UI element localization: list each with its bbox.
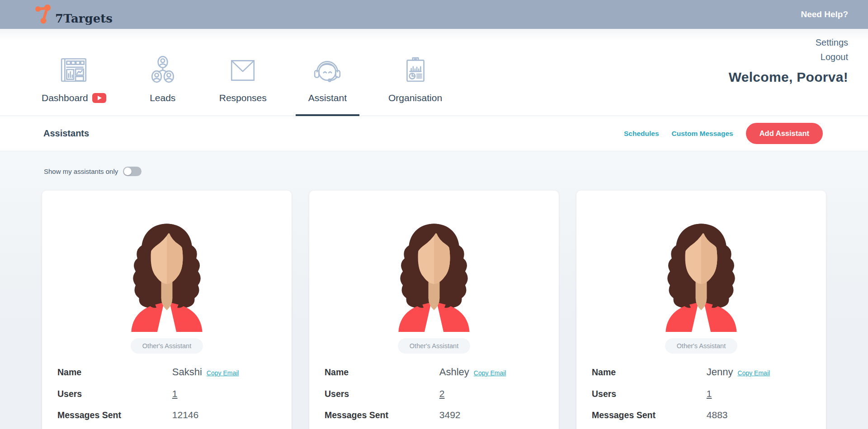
add-assistant-button[interactable]: Add Assistant: [746, 123, 823, 144]
name-label: Name: [325, 367, 439, 378]
youtube-icon[interactable]: [92, 93, 106, 103]
main-navigation: Dashboard: [0, 29, 868, 116]
copy-email-link[interactable]: Copy Email: [207, 369, 239, 377]
leads-icon: [148, 55, 178, 85]
page-title: Assistants: [43, 128, 89, 139]
need-help-link[interactable]: Need Help?: [801, 9, 848, 19]
nav-item-assistant[interactable]: Assistant: [296, 37, 359, 116]
assistant-cards: Other's Assistant Name Sakshi Copy Email…: [42, 191, 826, 429]
show-my-assistants-toggle[interactable]: [123, 167, 142, 176]
messages-row: Messages Sent 12146: [57, 410, 292, 420]
users-label: Users: [592, 389, 707, 399]
assistant-card: Other's Assistant Name Jenny Copy Email …: [576, 191, 826, 429]
nav-item-leads[interactable]: Leads: [135, 37, 190, 116]
logout-link[interactable]: Logout: [821, 51, 848, 64]
users-label: Users: [325, 389, 439, 399]
subheader: Assistants Schedules Custom Messages Add…: [0, 116, 868, 151]
assistant-type-badge: Other's Assistant: [665, 338, 737, 354]
assistant-icon: [312, 55, 342, 85]
responses-icon: [228, 55, 258, 85]
assistant-avatar: [658, 219, 745, 332]
messages-count: 4883: [707, 410, 728, 420]
messages-count: 3492: [439, 410, 461, 420]
assistant-avatar: [123, 219, 210, 332]
assistant-name: Jenny: [707, 366, 733, 378]
users-row: Users 1: [57, 388, 292, 399]
name-row: Name Ashley Copy Email: [325, 366, 559, 378]
assistant-type-badge: Other's Assistant: [131, 338, 203, 354]
content: Show my assistants only Other's Assistan…: [0, 151, 868, 429]
schedules-link[interactable]: Schedules: [624, 130, 659, 138]
assistant-avatar: [391, 219, 477, 332]
brand[interactable]: 7Targets: [34, 4, 113, 25]
users-label: Users: [57, 389, 172, 399]
nav-items: Dashboard: [29, 29, 850, 116]
filter-row: Show my assistants only: [44, 167, 826, 176]
brand-logo-icon: [34, 4, 54, 24]
nav-label-leads: Leads: [150, 93, 175, 103]
users-count-link[interactable]: 2: [439, 388, 445, 399]
nav-label-responses: Responses: [219, 93, 267, 103]
nav-label-organisation: Organisation: [388, 93, 442, 103]
users-count-link[interactable]: 1: [707, 388, 712, 399]
copy-email-link[interactable]: Copy Email: [474, 369, 506, 377]
assistant-card: Other's Assistant Name Sakshi Copy Email…: [42, 191, 292, 429]
topbar: 7Targets Need Help?: [0, 0, 868, 29]
settings-link[interactable]: Settings: [816, 36, 848, 49]
toggle-label: Show my assistants only: [44, 168, 118, 175]
messages-label: Messages Sent: [592, 410, 707, 420]
nav-label-dashboard: Dashboard: [42, 93, 88, 103]
users-row: Users 2: [325, 388, 559, 399]
nav-item-dashboard[interactable]: Dashboard: [29, 37, 119, 116]
welcome-text: Welcome, Poorva!: [729, 70, 848, 85]
dashboard-icon: [59, 55, 89, 85]
name-label: Name: [592, 367, 707, 378]
messages-label: Messages Sent: [57, 410, 172, 420]
subheader-actions: Schedules Custom Messages Add Assistant: [624, 123, 823, 144]
assistant-type-badge: Other's Assistant: [398, 338, 470, 354]
page: 7Targets Need Help?: [0, 0, 868, 429]
name-row: Name Sakshi Copy Email: [57, 366, 292, 378]
custom-messages-link[interactable]: Custom Messages: [672, 130, 733, 138]
copy-email-link[interactable]: Copy Email: [738, 369, 770, 377]
name-label: Name: [57, 367, 172, 378]
messages-count: 12146: [172, 410, 198, 420]
users-row: Users 1: [592, 388, 826, 399]
toggle-knob: [124, 168, 132, 175]
name-row: Name Jenny Copy Email: [592, 366, 826, 378]
nav-label-assistant: Assistant: [308, 93, 347, 103]
nav-item-responses[interactable]: Responses: [207, 37, 279, 116]
nav-item-organisation[interactable]: Organisation: [376, 37, 455, 116]
assistant-card: Other's Assistant Name Ashley Copy Email…: [309, 191, 559, 429]
messages-label: Messages Sent: [325, 410, 439, 420]
messages-row: Messages Sent 3492: [325, 410, 559, 420]
users-count-link[interactable]: 1: [172, 388, 178, 399]
organisation-icon: [401, 55, 430, 85]
nav-right: Settings Logout Welcome, Poorva!: [729, 36, 848, 85]
assistant-name: Sakshi: [172, 366, 202, 378]
assistant-name: Ashley: [439, 366, 469, 378]
brand-name: 7Targets: [55, 12, 113, 25]
messages-row: Messages Sent 4883: [592, 410, 826, 420]
